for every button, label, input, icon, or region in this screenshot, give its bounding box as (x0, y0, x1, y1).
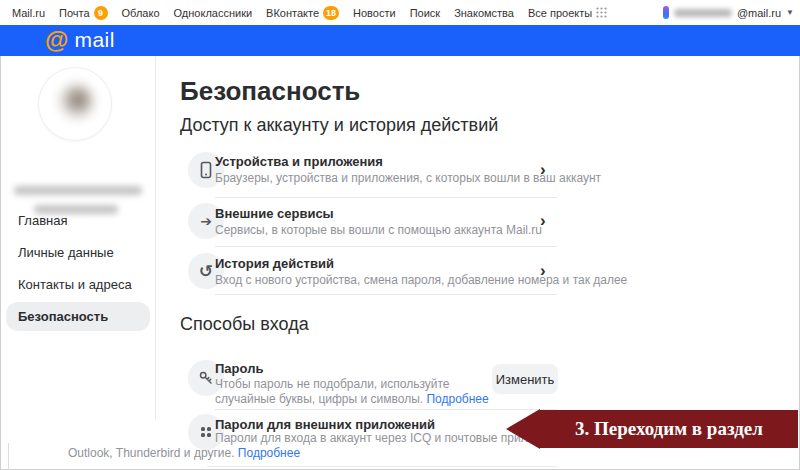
brand-header: @ mail (0, 25, 800, 56)
app-passwords-more-link[interactable]: Подробнее (238, 446, 300, 460)
sidebar-item-security[interactable]: Безопасность (6, 302, 150, 331)
item-app-passwords-desc2: Outlook, Thunderbird и другие. Подробнее (68, 446, 300, 460)
item-app-passwords-title[interactable]: Пароли для внешних приложений (215, 417, 435, 432)
item-devices-title[interactable]: Устройства и приложения (215, 154, 383, 169)
tutorial-arrow-annotation: 3. Переходим в раздел (540, 410, 798, 448)
topbar-link-dating[interactable]: Знакомства (454, 7, 514, 19)
section-heading-access: Доступ к аккаунту и история действий (180, 115, 498, 136)
topbar-link-all-projects[interactable]: Все проекты (528, 7, 607, 19)
item-services-title[interactable]: Внешние сервисы (215, 206, 334, 221)
caret-down-icon: ▼ (786, 8, 794, 17)
topbar-link-search[interactable]: Поиск (410, 7, 440, 19)
account-avatar-icon (663, 6, 669, 19)
account-email-suffix: @mail.ru (737, 7, 781, 19)
item-password-desc: Чтобы пароль не подобрали, используйте с… (215, 377, 495, 407)
chevron-right-icon[interactable]: › (540, 261, 546, 281)
password-more-link[interactable]: Подробнее (426, 392, 488, 406)
profile-avatar[interactable] (39, 68, 111, 140)
item-services-desc: Сервисы, в которые вы вошли с помощью ак… (215, 223, 542, 237)
sidebar-item-personal-data[interactable]: Личные данные (6, 238, 150, 267)
mail-count-badge: 9 (94, 6, 108, 20)
change-password-button[interactable]: Изменить (492, 364, 558, 394)
section-heading-login-methods: Способы входа (180, 314, 309, 335)
topbar-link-mail[interactable]: Почта9 (59, 6, 108, 20)
item-history-desc: Вход с нового устройства, смена пароля, … (215, 273, 627, 287)
sidebar-item-main[interactable]: Главная (6, 206, 150, 235)
sidebar-item-contacts[interactable]: Контакты и адреса (6, 270, 150, 299)
row-divider (215, 197, 557, 198)
apps-grid-icon (596, 7, 607, 18)
project-links: Mail.ru Почта9 Облако Одноклассники ВКон… (0, 6, 607, 20)
project-topbar: Mail.ru Почта9 Облако Одноклассники ВКон… (0, 0, 800, 25)
mailru-security-page: Mail.ru Почта9 Облако Одноклассники ВКон… (0, 0, 800, 470)
topbar-link-cloud[interactable]: Облако (122, 7, 160, 19)
settings-nav: Главная Личные данные Контакты и адреса … (6, 158, 150, 331)
vk-count-badge: 18 (323, 6, 339, 20)
mail-at-icon: @ (45, 28, 68, 52)
screenshot-seam-line (8, 443, 9, 470)
topbar-link-vkontakte[interactable]: ВКонтакте18 (266, 6, 339, 20)
annotation-label: 3. Переходим в раздел (575, 418, 763, 440)
account-menu[interactable]: @mail.ru ▼ (663, 0, 794, 25)
topbar-link-news[interactable]: Новости (353, 7, 396, 19)
mail-logo[interactable]: @ mail (45, 28, 115, 52)
avatar-photo-redacted (57, 82, 95, 122)
mail-logo-text: mail (74, 28, 115, 52)
chevron-right-icon[interactable]: › (540, 160, 546, 180)
account-username-redacted (674, 9, 732, 17)
row-divider (215, 246, 557, 247)
item-password-title[interactable]: Пароль (215, 361, 263, 376)
topbar-link-mailru[interactable]: Mail.ru (12, 7, 45, 19)
sidebar-divider (155, 56, 156, 420)
row-divider (207, 466, 557, 467)
row-divider (215, 294, 557, 295)
topbar-link-odnoklassniki[interactable]: Одноклассники (174, 7, 253, 19)
item-history-title[interactable]: История действий (215, 256, 334, 271)
page-title: Безопасность (180, 76, 360, 107)
chevron-right-icon[interactable]: › (540, 211, 546, 231)
